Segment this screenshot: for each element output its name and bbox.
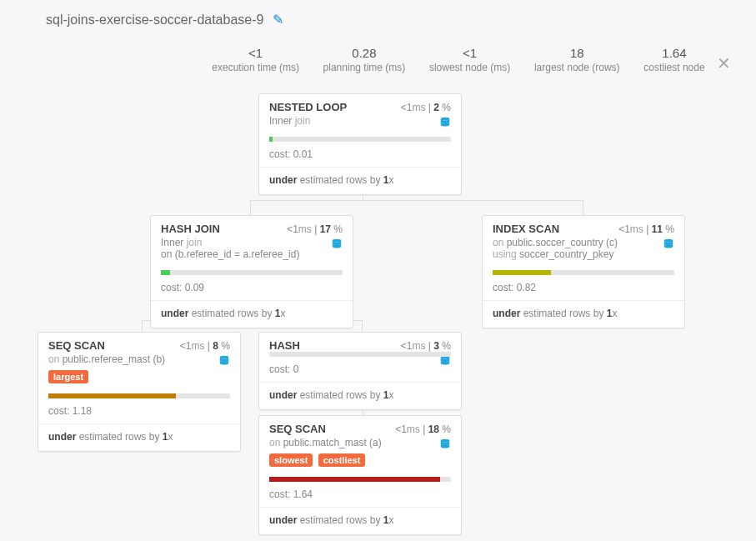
row-estimate: under estimated rows by 1x xyxy=(259,167,461,194)
stat-value: <1 xyxy=(212,46,299,60)
stat-label: slowest node (ms) xyxy=(429,62,510,73)
plan-name: sql-joins-exercise-soccer-database-9 xyxy=(46,13,263,27)
cost-label: cost: xyxy=(161,282,182,293)
cost-bar xyxy=(493,270,674,275)
stat-value: 18 xyxy=(534,46,620,60)
stat-largest-node: 18 largest node (rows) xyxy=(534,46,620,73)
svg-point-1 xyxy=(333,239,342,243)
cost-value: 0.09 xyxy=(185,282,204,293)
cost-value: 1.18 xyxy=(73,405,92,417)
stat-value: 0.28 xyxy=(323,46,406,60)
detail-prefix: on xyxy=(493,237,507,248)
cost-label: cost: xyxy=(493,282,513,293)
stats-bar: <1 execution time (ms) 0.28 planning tim… xyxy=(200,46,717,73)
database-icon[interactable] xyxy=(439,437,451,450)
detail-prefix: on xyxy=(269,437,283,448)
node-seq-scan-referee[interactable]: SEQ SCAN <1ms | 8 % on public.referee_ma… xyxy=(38,332,241,452)
stat-slowest-node: <1 slowest node (ms) xyxy=(429,46,510,73)
node-hash[interactable]: HASH <1ms | 3 % cost: 0 under estimated … xyxy=(258,332,462,410)
stat-plan-time: 0.28 planning time (ms) xyxy=(323,46,406,73)
node-op: HASH JOIN xyxy=(161,223,220,235)
cost-bar xyxy=(161,270,343,275)
stat-exec-time: <1 execution time (ms) xyxy=(212,46,299,73)
costliest-badge: costliest xyxy=(318,453,366,467)
stat-value: <1 xyxy=(429,46,510,60)
node-op: HASH xyxy=(269,339,300,352)
cost-bar xyxy=(48,393,230,398)
stat-label: costliest node xyxy=(643,62,704,73)
node-op: SEQ SCAN xyxy=(269,423,326,435)
largest-badge: largest xyxy=(48,370,88,383)
node-hash-join[interactable]: HASH JOIN <1ms | 17 % Inner join on (b.r… xyxy=(150,215,353,328)
cost-label: cost: xyxy=(269,488,290,500)
relation-name: public.soccer_country (c) xyxy=(507,237,618,248)
join-word: join xyxy=(295,115,311,127)
relation-name: public.match_mast (a) xyxy=(283,437,382,448)
cost-value: 0.01 xyxy=(293,148,313,160)
tree-connector xyxy=(250,200,583,215)
stat-label: planning time (ms) xyxy=(323,62,406,73)
index-name: soccer_country_pkey xyxy=(519,248,613,260)
cost-bar xyxy=(269,137,451,142)
row-estimate: under estimated rows by 1x xyxy=(259,382,461,409)
svg-point-0 xyxy=(441,118,450,121)
stat-label: largest node (rows) xyxy=(534,62,620,73)
cost-label: cost: xyxy=(48,405,69,417)
cost-label: cost: xyxy=(269,148,290,160)
join-word: join xyxy=(187,237,203,248)
page-title: sql-joins-exercise-soccer-database-9 ✎ xyxy=(46,12,283,28)
node-timing: <1ms | 3 % xyxy=(401,340,451,352)
database-icon[interactable] xyxy=(663,237,674,250)
node-timing: <1ms | 2 % xyxy=(401,102,451,113)
svg-point-2 xyxy=(664,239,673,243)
node-timing: <1ms | 17 % xyxy=(287,223,343,235)
node-op: NESTED LOOP xyxy=(269,101,347,113)
row-estimate: under estimated rows by 1x xyxy=(259,507,461,534)
svg-point-5 xyxy=(441,439,450,443)
node-seq-scan-match[interactable]: SEQ SCAN <1ms | 18 % on public.match_mas… xyxy=(258,415,462,535)
node-timing: <1ms | 8 % xyxy=(180,340,230,352)
node-op: INDEX SCAN xyxy=(493,223,559,235)
node-op: SEQ SCAN xyxy=(48,339,105,352)
cost-bar xyxy=(269,477,451,482)
database-icon[interactable] xyxy=(218,353,230,367)
join-type: Inner xyxy=(269,115,292,127)
cost-value: 1.64 xyxy=(293,488,313,500)
join-condition: on (b.referee_id = a.referee_id) xyxy=(161,248,299,260)
relation-name: public.referee_mast (b) xyxy=(63,353,165,365)
row-estimate: under estimated rows by 1x xyxy=(483,300,684,328)
cost-value: 0.82 xyxy=(517,282,536,293)
row-estimate: under estimated rows by 1x xyxy=(151,300,353,328)
row-estimate: under estimated rows by 1x xyxy=(38,423,240,451)
database-icon[interactable] xyxy=(439,115,451,128)
cost-bar xyxy=(269,352,451,357)
join-type: Inner xyxy=(161,237,183,248)
stat-value: 1.64 xyxy=(643,46,704,60)
node-timing: <1ms | 18 % xyxy=(395,423,451,435)
node-nested-loop[interactable]: NESTED LOOP <1ms | 2 % Inner join cost: … xyxy=(258,93,462,195)
database-icon[interactable] xyxy=(331,237,343,250)
close-icon[interactable]: ✕ xyxy=(717,55,731,72)
node-timing: <1ms | 11 % xyxy=(618,223,674,235)
detail-prefix: on xyxy=(48,353,63,365)
cost-label: cost: xyxy=(269,363,290,375)
stat-label: execution time (ms) xyxy=(212,62,299,73)
svg-point-3 xyxy=(220,356,229,359)
cost-value: 0 xyxy=(293,363,299,375)
slowest-badge: slowest xyxy=(269,453,313,467)
stat-costliest-node: 1.64 costliest node xyxy=(643,46,704,73)
edit-icon[interactable]: ✎ xyxy=(273,13,283,27)
node-index-scan[interactable]: INDEX SCAN <1ms | 11 % on public.soccer_… xyxy=(482,215,685,328)
using-prefix: using xyxy=(493,248,519,260)
